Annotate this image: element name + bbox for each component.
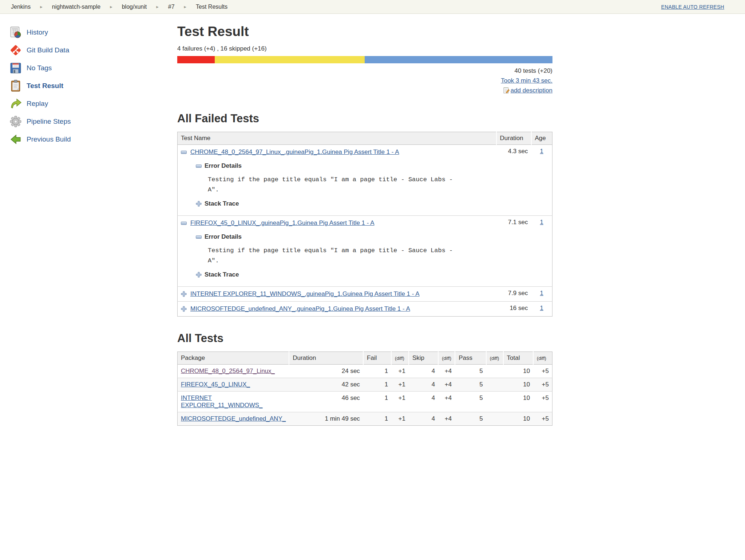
failed-test-link[interactable]: CHROME_48_0_2564_97_Linux_.guineaPig_1.G… [190, 148, 399, 156]
package-duration: 1 min 49 sec [289, 412, 363, 426]
failed-test-link[interactable]: FIREFOX_45_0_LINUX_.guineaPig_1.Guinea P… [190, 219, 375, 227]
package-fail-diff: +1 [391, 378, 409, 392]
sidebar-item-no-tags[interactable]: No Tags [9, 59, 177, 77]
column-header-pass-diff: (diff) [486, 352, 503, 365]
failed-test-duration: 7.1 sec [496, 216, 531, 287]
expand-icon[interactable] [196, 201, 202, 207]
main-content: Test Result 4 failures (+4) , 16 skipped… [177, 14, 552, 426]
error-message: Testing if the page title equals "I am a… [208, 246, 463, 266]
skipped-bar-segment [215, 56, 365, 63]
package-link[interactable]: CHROME_48_0_2564_97_Linux_ [181, 368, 275, 374]
expand-icon[interactable] [196, 272, 202, 278]
column-header-total[interactable]: Total [503, 352, 534, 365]
failed-tests-table: Test Name Duration Age CHROME_48_0_2564_… [177, 132, 552, 317]
column-header-fail-diff: (diff) [391, 352, 409, 365]
sidebar-item-replay[interactable]: Replay [9, 95, 177, 112]
package-link[interactable]: MICROSOFTEDGE_undefined_ANY_ [181, 415, 286, 422]
breadcrumb-bar: Jenkins ▸ nightwatch-sample ▸ blog/xunit… [0, 0, 745, 14]
breadcrumb-branch[interactable]: blog/xunit [122, 4, 147, 10]
breadcrumb-jenkins[interactable]: Jenkins [11, 4, 31, 10]
column-header-duration[interactable]: Duration [496, 132, 531, 145]
package-link[interactable]: INTERNET EXPLORER_11_WINDOWS_ [181, 394, 263, 409]
package-skip: 4 [409, 392, 438, 412]
package-skip: 4 [409, 365, 438, 378]
package-row: MICROSOFTEDGE_undefined_ANY_ 1 min 49 se… [178, 412, 552, 426]
collapse-icon[interactable] [196, 235, 202, 239]
column-header-test-name[interactable]: Test Name [178, 132, 496, 145]
package-pass: 5 [455, 412, 486, 426]
failed-test-age-link[interactable]: 1 [540, 305, 543, 311]
add-description-link[interactable]: add description [511, 86, 552, 95]
package-total: 10 [503, 365, 534, 378]
package-skip-diff: +4 [438, 392, 455, 412]
sidebar-item-label: Pipeline Steps [27, 118, 71, 126]
breadcrumb-build-number[interactable]: #7 [168, 4, 175, 10]
package-pass: 5 [455, 378, 486, 392]
breadcrumb: Jenkins ▸ nightwatch-sample ▸ blog/xunit… [11, 4, 227, 10]
package-link[interactable]: FIREFOX_45_0_LINUX_ [181, 381, 250, 388]
expand-icon[interactable] [181, 291, 187, 297]
package-duration: 46 sec [289, 392, 363, 412]
package-total-diff: +5 [533, 365, 552, 378]
stack-trace-label: Stack Trace [205, 200, 239, 207]
failed-test-age-link[interactable]: 1 [540, 219, 543, 226]
sidebar-item-pipeline-steps[interactable]: Pipeline Steps [9, 112, 177, 130]
sidebar-item-git-build-data[interactable]: Git Build Data [9, 41, 177, 59]
package-pass-diff [486, 378, 503, 392]
column-header-skip[interactable]: Skip [409, 352, 438, 365]
package-fail-diff: +1 [391, 412, 409, 426]
sidebar-item-label: Test Result [27, 82, 63, 90]
gear-icon [9, 115, 22, 128]
column-header-skip-diff: (diff) [438, 352, 455, 365]
previous-build-arrow-icon [9, 133, 22, 146]
package-skip-diff: +4 [438, 378, 455, 392]
package-fail: 1 [363, 378, 391, 392]
failed-tests-heading: All Failed Tests [177, 112, 552, 125]
sidebar-item-previous-build[interactable]: Previous Build [9, 130, 177, 148]
sidebar: History Git Build Data No Tags [0, 14, 177, 426]
failed-test-link[interactable]: MICROSOFTEDGE_undefined_ANY_.guineaPig_1… [190, 305, 410, 313]
package-fail-diff: +1 [391, 365, 409, 378]
failed-test-link[interactable]: INTERNET EXPLORER_11_WINDOWS_.guineaPig_… [190, 290, 420, 298]
package-row: INTERNET EXPLORER_11_WINDOWS_ 46 sec 1 +… [178, 392, 552, 412]
package-pass: 5 [455, 365, 486, 378]
package-fail: 1 [363, 365, 391, 378]
failed-test-age-link[interactable]: 1 [540, 290, 543, 297]
column-header-duration[interactable]: Duration [289, 352, 363, 365]
failed-test-age-link[interactable]: 1 [540, 148, 543, 155]
git-icon [9, 44, 22, 56]
failed-test-row: CHROME_48_0_2564_97_Linux_.guineaPig_1.G… [178, 145, 552, 216]
collapse-icon[interactable] [181, 222, 187, 225]
passed-bar-segment [365, 56, 552, 63]
package-pass-diff [486, 412, 503, 426]
history-icon [9, 26, 22, 39]
column-header-package[interactable]: Package [178, 352, 289, 365]
package-skip: 4 [409, 378, 438, 392]
failed-test-duration: 16 sec [496, 302, 531, 317]
edit-description-icon [503, 87, 510, 94]
sidebar-item-label: Replay [27, 100, 48, 108]
breadcrumb-test-results[interactable]: Test Results [196, 4, 227, 10]
test-result-bar [177, 56, 552, 63]
sidebar-item-label: No Tags [27, 64, 52, 72]
package-row: FIREFOX_45_0_LINUX_ 42 sec 1 +1 4 +4 5 1… [178, 378, 552, 392]
sidebar-item-history[interactable]: History [9, 23, 177, 41]
sidebar-item-test-result[interactable]: Test Result [9, 77, 177, 95]
column-header-age[interactable]: Age [531, 132, 552, 145]
breadcrumb-arrow-icon: ▸ [110, 4, 112, 9]
column-header-total-diff: (diff) [533, 352, 552, 365]
enable-auto-refresh-link[interactable]: ENABLE AUTO REFRESH [661, 4, 725, 10]
column-header-pass[interactable]: Pass [455, 352, 486, 365]
took-duration-link[interactable]: Took 3 min 43 sec. [501, 77, 552, 84]
column-header-fail[interactable]: Fail [363, 352, 391, 365]
expand-icon[interactable] [181, 306, 187, 312]
failed-test-row: MICROSOFTEDGE_undefined_ANY_.guineaPig_1… [178, 302, 552, 317]
package-total-diff: +5 [533, 412, 552, 426]
error-details-label: Error Details [205, 233, 242, 241]
collapse-icon[interactable] [196, 164, 202, 168]
breadcrumb-job[interactable]: nightwatch-sample [52, 4, 100, 10]
package-fail: 1 [363, 392, 391, 412]
package-duration: 42 sec [289, 378, 363, 392]
package-total-diff: +5 [533, 378, 552, 392]
collapse-icon[interactable] [181, 151, 187, 154]
